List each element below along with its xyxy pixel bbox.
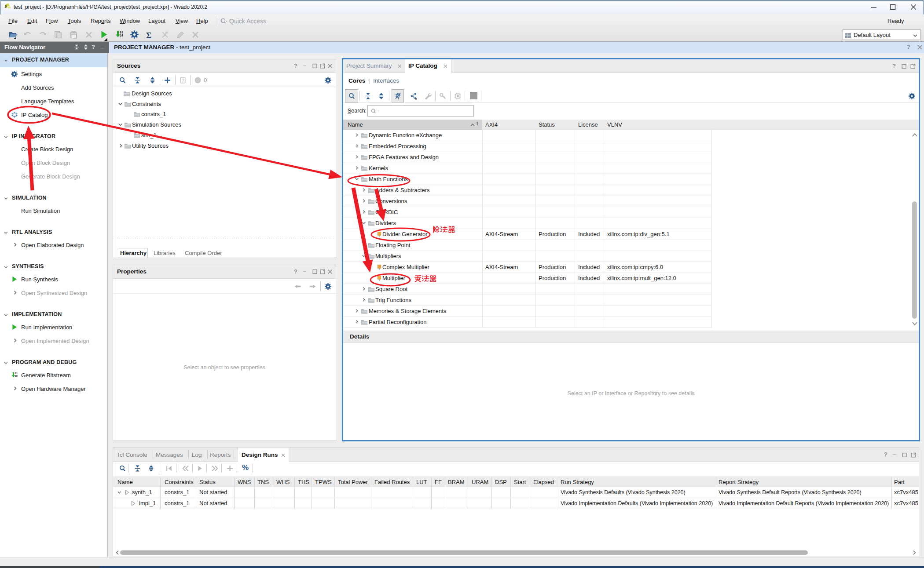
svg-text:01: 01: [120, 31, 123, 34]
svg-text:10: 10: [120, 34, 123, 37]
svg-text:10: 10: [15, 375, 18, 378]
